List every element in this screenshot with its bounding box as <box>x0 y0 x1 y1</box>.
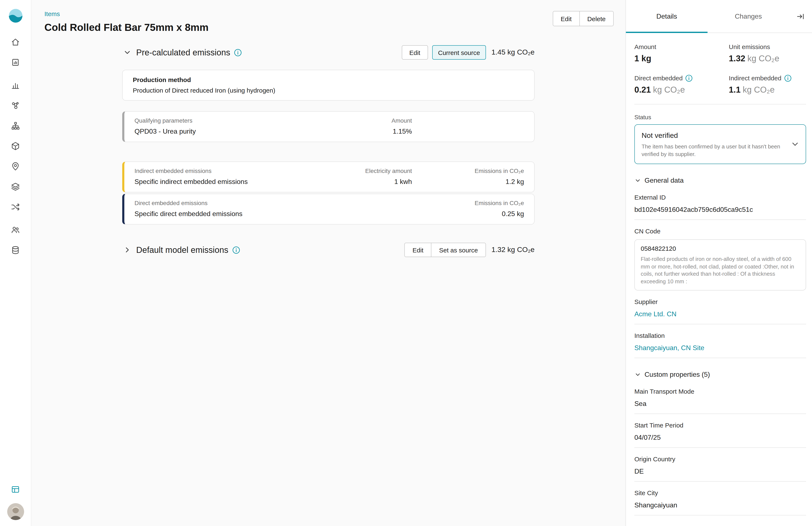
direct-co2-value: 0.25 kg <box>412 209 524 219</box>
precalc-total: 1.45 kg CO₂e <box>491 48 535 57</box>
supplier-field: Supplier Acme Ltd. CN <box>634 298 806 324</box>
amount-metric: Amount 1 kg <box>634 43 729 63</box>
app-logo[interactable] <box>8 8 24 24</box>
layers-icon <box>11 181 20 191</box>
direct-emissions-card: Direct embedded emissions Specific direc… <box>122 194 535 224</box>
item-action-group: Edit Delete <box>553 11 614 26</box>
general-data-header[interactable]: General data <box>634 177 806 184</box>
panel-tabs: Details Changes <box>626 0 812 33</box>
qualifying-parameters-value: QPD03 - Urea purity <box>134 127 317 136</box>
qualifying-amount-label: Amount <box>317 117 412 125</box>
precalc-title: Pre-calculated emissions <box>136 47 230 57</box>
user-avatar[interactable] <box>7 503 24 520</box>
precalc-info-icon[interactable] <box>234 48 242 56</box>
status-label: Status <box>634 114 806 120</box>
indirect-embedded-value: 1.1 <box>729 85 741 94</box>
molecule-icon <box>11 100 20 110</box>
details-panel: Details Changes Amount 1 kg Unit emissio… <box>625 0 812 526</box>
supplier-link[interactable]: Acme Ltd. CN <box>634 310 806 324</box>
users-icon <box>11 225 20 234</box>
qualifying-amount-cell: Amount 1.15% <box>317 117 412 136</box>
edit-item-button[interactable]: Edit <box>553 11 579 26</box>
report-icon <box>11 57 20 67</box>
custom-properties-header[interactable]: Custom properties (5) <box>634 371 806 378</box>
status-select[interactable]: Not verified The item has been confirmed… <box>634 124 806 164</box>
direct-embedded-label: Direct embedded <box>634 74 683 82</box>
supplier-label: Supplier <box>634 298 806 306</box>
sidebar-item-layers[interactable] <box>7 179 24 194</box>
sidebar <box>0 0 31 526</box>
indirect-emissions-value: Specific indirect embedded emissions <box>134 177 317 187</box>
tab-changes-label: Changes <box>735 13 762 20</box>
start-time-period-value: 04/07/25 <box>634 434 806 448</box>
sidebar-item-reports[interactable] <box>7 55 24 69</box>
main-header: Items Cold Rolled Flat Bar 75mm x 8mm Ed… <box>31 0 625 34</box>
precalc-edit-button[interactable]: Edit <box>402 45 428 60</box>
production-method-value: Production of Direct reduced Iron (using… <box>133 86 524 95</box>
cn-code-value: 0584822120 <box>641 245 800 252</box>
default-model-expand-button[interactable] <box>122 245 132 255</box>
installation-link[interactable]: Shangcaiyuan, CN Site <box>634 344 806 358</box>
qualifying-parameters-card: Qualifying parameters QPD03 - Urea purit… <box>122 111 535 142</box>
indirect-embedded-unit: kg CO₂e <box>743 85 774 94</box>
transport-mode-label: Main Transport Mode <box>634 388 806 395</box>
collapse-panel-button[interactable] <box>789 0 812 32</box>
precalc-collapse-button[interactable] <box>122 47 132 58</box>
delete-item-button[interactable]: Delete <box>579 11 613 26</box>
indirect-embedded-info-icon[interactable] <box>784 74 792 82</box>
info-icon <box>784 74 792 82</box>
package-icon <box>11 141 20 151</box>
qualifying-amount-value: 1.15% <box>317 127 412 136</box>
cn-code-label: CN Code <box>634 228 806 235</box>
site-city-value: Shangcaiyuan <box>634 501 806 515</box>
electricity-amount-value: 1 kwh <box>317 177 412 187</box>
installation-label: Installation <box>634 332 806 339</box>
home-icon <box>11 37 20 47</box>
indirect-emissions-cell: Indirect embedded emissions Specific ind… <box>134 167 317 187</box>
default-model-edit-button[interactable]: Edit <box>405 243 431 257</box>
direct-embedded-info-icon[interactable] <box>685 74 693 82</box>
current-source-badge: Current source <box>432 45 486 60</box>
unit-emissions-metric: Unit emissions 1.32kg CO₂e <box>729 43 806 63</box>
direct-co2-label: Emissions in CO₂e <box>412 199 524 207</box>
qualifying-parameter-cell: Qualifying parameters QPD03 - Urea purit… <box>134 117 317 136</box>
qualifying-parameters-label: Qualifying parameters <box>134 117 317 125</box>
default-model-title: Default model emissions <box>136 245 228 255</box>
external-id-field: External ID bd102e45916042acb759c6d05ca9… <box>634 194 806 220</box>
default-model-info-icon[interactable] <box>232 246 240 254</box>
direct-embedded-value: 0.21 <box>634 85 651 94</box>
cn-code-box: 0584822120 Flat-rolled products of iron … <box>634 239 806 291</box>
sidebar-item-users[interactable] <box>7 222 24 237</box>
sidebar-item-data[interactable] <box>7 243 24 257</box>
external-id-value: bd102e45916042acb759c6d05ca9c51c <box>634 205 806 220</box>
set-as-source-button[interactable]: Set as source <box>431 243 485 257</box>
origin-country-label: Origin Country <box>634 455 806 463</box>
sidebar-item-hierarchy[interactable] <box>7 118 24 133</box>
sidebar-item-locations[interactable] <box>7 159 24 173</box>
shuffle-icon <box>11 202 20 211</box>
electricity-amount-cell: Electricity amount 1 kwh <box>317 167 412 187</box>
chevron-down-icon <box>634 177 641 184</box>
tab-changes[interactable]: Changes <box>708 0 789 32</box>
sidebar-item-items[interactable] <box>7 139 24 153</box>
cn-code-field: CN Code 0584822120 Flat-rolled products … <box>634 228 806 291</box>
sidebar-item-home[interactable] <box>7 35 24 49</box>
start-time-period-field: Start Time Period 04/07/25 <box>634 422 806 448</box>
transport-mode-field: Main Transport Mode Sea <box>634 388 806 414</box>
logo-icon <box>8 8 24 24</box>
chevron-down-icon <box>123 48 132 57</box>
breadcrumb-items[interactable]: Items <box>44 10 208 18</box>
table-icon <box>11 484 20 494</box>
sidebar-item-analytics[interactable] <box>7 78 24 92</box>
tab-details[interactable]: Details <box>626 0 708 32</box>
status-value: Not verified <box>641 131 781 141</box>
sidebar-item-transfers[interactable] <box>7 200 24 214</box>
sidebar-item-emissions[interactable] <box>7 98 24 113</box>
sidebar-item-table-view[interactable] <box>7 482 24 496</box>
direct-empty-cell <box>317 199 412 219</box>
emissions-content: Pre-calculated emissions Edit Current so… <box>122 44 535 267</box>
avatar-photo <box>7 503 24 520</box>
production-method-card: Production method Production of Direct r… <box>122 70 535 101</box>
precalc-section-header: Pre-calculated emissions Edit Current so… <box>122 44 535 61</box>
indirect-embedded-metric: Indirect embedded 1.1kg CO₂e <box>729 74 806 95</box>
